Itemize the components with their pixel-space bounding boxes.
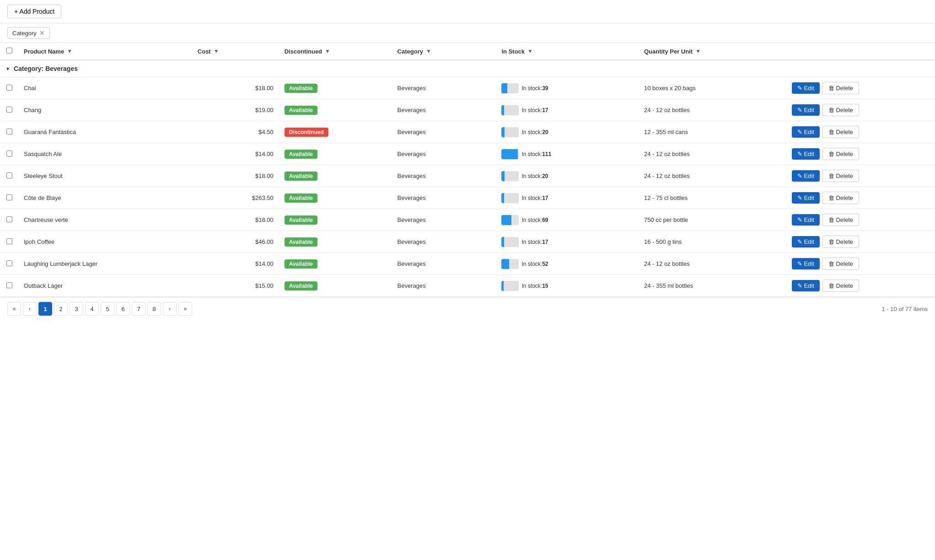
select-all-checkbox[interactable] (6, 48, 12, 54)
row-checkbox[interactable] (6, 194, 12, 200)
discontinued-cell: Available (279, 275, 392, 297)
delete-button[interactable]: 🗑 Delete (822, 214, 859, 226)
prev-page-button[interactable]: ‹ (23, 302, 37, 316)
edit-button[interactable]: ✎ Edit (792, 82, 820, 94)
category-label: Category (398, 48, 423, 55)
category-filter-label: Category (12, 30, 37, 37)
actions-cell: ✎ Edit🗑 Delete (786, 99, 935, 121)
row-checkbox[interactable] (6, 216, 12, 222)
status-badge: Discontinued (285, 128, 328, 137)
chevron-down-icon[interactable]: ▼ (5, 66, 10, 71)
delete-button[interactable]: 🗑 Delete (822, 126, 859, 138)
discontinued-filter-icon[interactable]: ▼ (325, 48, 330, 54)
delete-button[interactable]: 🗑 Delete (822, 192, 859, 204)
product-name-filter-icon[interactable]: ▼ (67, 48, 72, 54)
delete-button[interactable]: 🗑 Delete (822, 148, 859, 160)
last-page-button[interactable]: » (178, 302, 192, 316)
product-name-cell: Chai (18, 77, 192, 99)
edit-button[interactable]: ✎ Edit (792, 258, 820, 269)
edit-button[interactable]: ✎ Edit (792, 148, 820, 160)
discontinued-cell: Available (279, 165, 392, 187)
discontinued-cell: Available (279, 209, 392, 231)
page-4-button[interactable]: 4 (85, 302, 99, 316)
qpu-cell: 24 - 12 oz bottles (639, 143, 786, 165)
delete-button[interactable]: 🗑 Delete (822, 104, 859, 116)
row-checkbox[interactable] (6, 107, 12, 113)
header-cost: Cost ▼ (192, 43, 279, 60)
page-1-button[interactable]: 1 (38, 302, 52, 316)
page-3-button[interactable]: 3 (70, 302, 83, 316)
header-quantity-per-unit: Quantity Per Unit ▼ (639, 43, 786, 60)
stock-filter-icon[interactable]: ▼ (527, 48, 533, 54)
cost-cell: $18.00 (192, 165, 279, 187)
row-checkbox-cell (0, 99, 18, 121)
product-name-cell: Chartreuse verte (18, 209, 192, 231)
stock-cell: In stock:20 (496, 121, 638, 143)
pagination: « ‹ 1 2 3 4 5 6 7 8 › » 1 - 10 of 77 ite… (0, 297, 935, 320)
actions-cell: ✎ Edit🗑 Delete (786, 209, 935, 231)
table-body: ▼ Category: Beverages Chai$18.00Availabl… (0, 60, 935, 297)
delete-button[interactable]: 🗑 Delete (822, 280, 859, 292)
qpu-cell: 12 - 75 cl bottles (639, 187, 786, 209)
category-cell: Beverages (392, 187, 496, 209)
page-6-button[interactable]: 6 (116, 302, 130, 316)
page-7-button[interactable]: 7 (132, 302, 145, 316)
row-checkbox-cell (0, 77, 18, 99)
stock-label: In stock:111 (521, 151, 551, 157)
category-filter-chip[interactable]: Category ✕ (7, 27, 50, 39)
edit-button[interactable]: ✎ Edit (792, 214, 820, 226)
discontinued-cell: Available (279, 187, 392, 209)
close-icon[interactable]: ✕ (39, 29, 45, 37)
add-product-button[interactable]: + Add Product (7, 5, 61, 18)
delete-button[interactable]: 🗑 Delete (822, 170, 859, 182)
actions-cell: ✎ Edit🗑 Delete (786, 143, 935, 165)
stock-cell: In stock:17 (496, 231, 638, 253)
row-checkbox[interactable] (6, 85, 12, 91)
edit-button[interactable]: ✎ Edit (792, 104, 820, 116)
stock-label: In stock:15 (521, 283, 548, 289)
discontinued-cell: Discontinued (279, 121, 392, 143)
actions-cell: ✎ Edit🗑 Delete (786, 231, 935, 253)
page-8-button[interactable]: 8 (147, 302, 161, 316)
delete-button[interactable]: 🗑 Delete (822, 236, 859, 248)
discontinued-label: Discontinued (285, 48, 322, 55)
first-page-button[interactable]: « (7, 302, 21, 316)
filter-bar: Category ✕ (0, 23, 935, 43)
edit-button[interactable]: ✎ Edit (792, 126, 820, 138)
edit-button[interactable]: ✎ Edit (792, 170, 820, 182)
page-5-button[interactable]: 5 (101, 302, 114, 316)
row-checkbox[interactable] (6, 172, 12, 178)
product-name-cell: Outback Lager (18, 275, 192, 297)
product-name-cell: Ipoh Coffee (18, 231, 192, 253)
status-badge: Available (285, 281, 317, 291)
row-checkbox[interactable] (6, 129, 12, 135)
next-page-button[interactable]: › (163, 302, 177, 316)
stock-label: In stock:52 (521, 261, 548, 267)
row-checkbox[interactable] (6, 151, 12, 156)
header-discontinued: Discontinued ▼ (279, 43, 392, 60)
page-2-button[interactable]: 2 (54, 302, 68, 316)
edit-button[interactable]: ✎ Edit (792, 236, 820, 248)
row-checkbox[interactable] (6, 282, 12, 288)
stock-label: In stock:17 (521, 195, 548, 201)
qpu-filter-icon[interactable]: ▼ (695, 48, 701, 54)
category-filter-icon[interactable]: ▼ (426, 48, 431, 54)
stock-cell: In stock:52 (496, 253, 638, 275)
discontinued-cell: Available (279, 77, 392, 99)
delete-button[interactable]: 🗑 Delete (822, 82, 859, 94)
edit-button[interactable]: ✎ Edit (792, 192, 820, 204)
group-header-cell: ▼ Category: Beverages (0, 60, 935, 77)
category-cell: Beverages (392, 121, 496, 143)
cost-filter-icon[interactable]: ▼ (214, 48, 219, 54)
pagination-info: 1 - 10 of 77 items (882, 306, 928, 312)
table-row: Chartreuse verte$18.00AvailableBeverages… (0, 209, 935, 231)
header-product-name: Product Name ▼ (18, 43, 192, 60)
row-checkbox[interactable] (6, 260, 12, 266)
stock-cell: In stock:69 (496, 209, 638, 231)
qpu-cell: 10 boxes x 20 bags (639, 77, 786, 99)
edit-button[interactable]: ✎ Edit (792, 280, 820, 291)
status-badge: Available (285, 172, 317, 181)
delete-button[interactable]: 🗑 Delete (822, 258, 859, 270)
row-checkbox[interactable] (6, 238, 12, 244)
category-cell: Beverages (392, 275, 496, 297)
